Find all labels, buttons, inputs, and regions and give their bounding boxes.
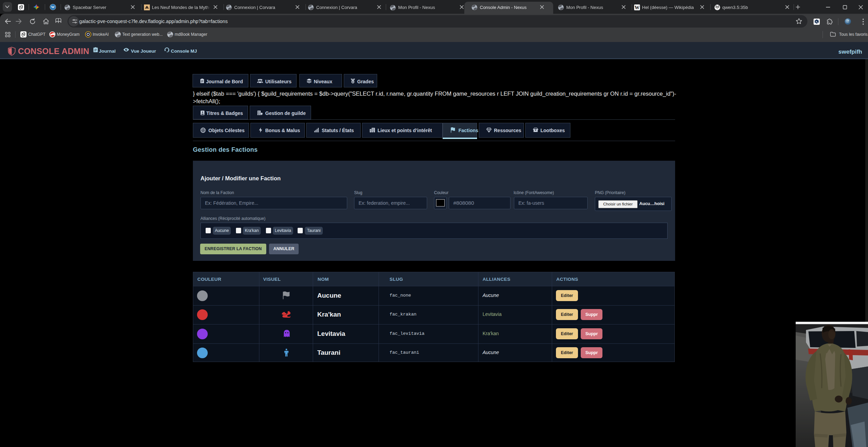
svg-text:W: W — [51, 5, 55, 9]
svg-text:W: W — [635, 5, 640, 10]
